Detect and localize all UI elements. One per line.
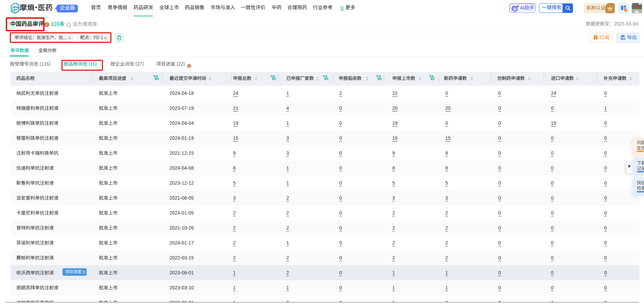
svg-text:AI: AI	[513, 7, 517, 11]
svg-text:?: ?	[625, 9, 627, 12]
